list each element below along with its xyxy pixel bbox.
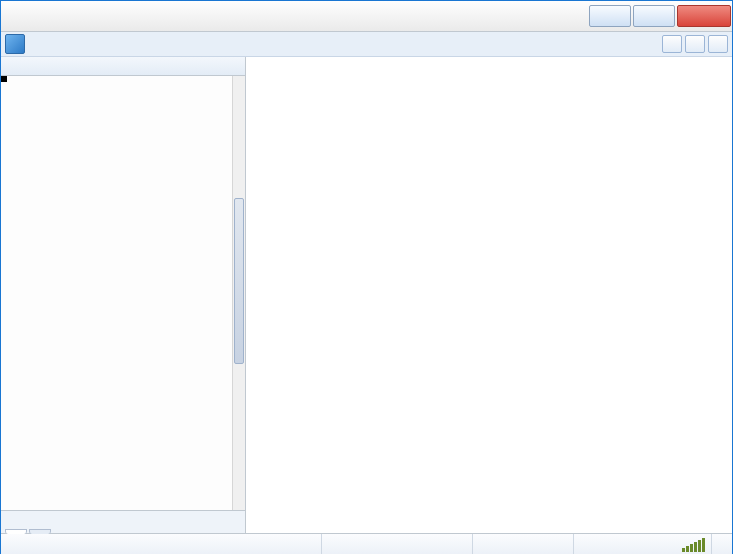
app-window bbox=[0, 0, 733, 554]
chart-area[interactable] bbox=[246, 57, 732, 533]
navigator-tree bbox=[1, 76, 233, 510]
menu-file[interactable] bbox=[31, 42, 51, 46]
status-segment bbox=[322, 534, 473, 554]
mdi-restore-button[interactable] bbox=[685, 35, 705, 53]
navigator-header bbox=[1, 57, 245, 76]
navigator-scrollbar[interactable] bbox=[232, 76, 245, 510]
scrollbar-thumb[interactable] bbox=[234, 198, 244, 365]
chart-canvas bbox=[246, 57, 733, 512]
status-segment bbox=[1, 534, 322, 554]
menu-insert[interactable] bbox=[71, 42, 91, 46]
tab-favorites[interactable] bbox=[29, 529, 51, 534]
connection-bars-icon bbox=[676, 538, 711, 552]
menu-tools[interactable] bbox=[111, 42, 131, 46]
status-kb bbox=[711, 534, 732, 554]
menu-view[interactable] bbox=[51, 42, 71, 46]
navigator-close-button[interactable] bbox=[227, 59, 241, 73]
mdi-minimize-button[interactable] bbox=[662, 35, 682, 53]
menu-charts[interactable] bbox=[91, 42, 111, 46]
status-segment bbox=[473, 534, 574, 554]
window-titlebar bbox=[1, 1, 732, 32]
status-bar bbox=[1, 533, 732, 554]
menu-help[interactable] bbox=[151, 42, 171, 46]
navigator-tree-wrap bbox=[1, 76, 245, 510]
window-maximize-button[interactable] bbox=[633, 5, 675, 27]
menu-bar bbox=[1, 32, 732, 57]
app-icon bbox=[5, 34, 25, 54]
window-minimize-button[interactable] bbox=[589, 5, 631, 27]
app-body bbox=[1, 57, 732, 533]
tab-common[interactable] bbox=[5, 529, 27, 534]
window-close-button[interactable] bbox=[677, 5, 731, 27]
menu-window[interactable] bbox=[131, 42, 151, 46]
mdi-close-button[interactable] bbox=[708, 35, 728, 53]
navigator-tabs bbox=[1, 510, 245, 533]
navigator-panel bbox=[1, 57, 246, 533]
